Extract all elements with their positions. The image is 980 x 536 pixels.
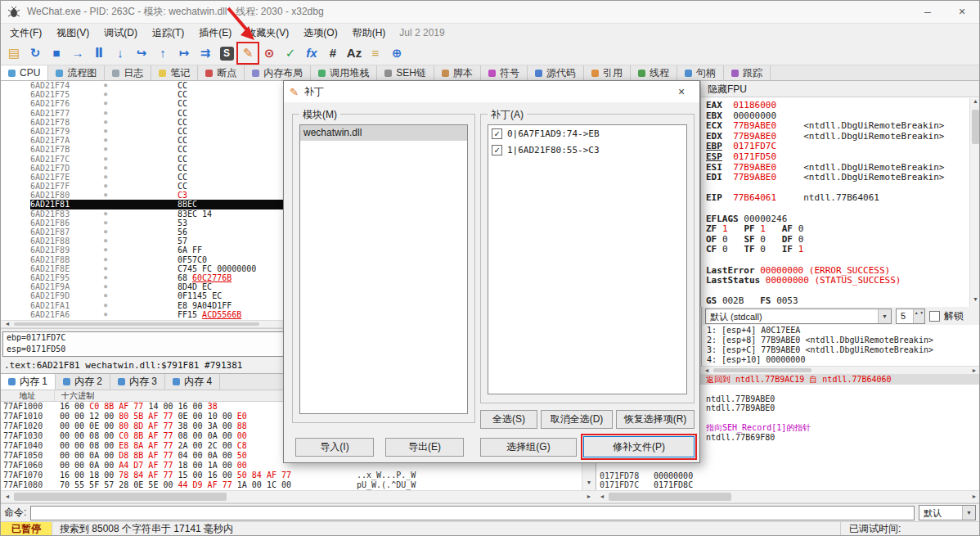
stop-icon[interactable]: ■ [47,43,66,63]
dialog-close-icon[interactable]: × [669,85,694,98]
patch-list-item[interactable]: ✓1|6AD21F80:55->C3 [488,142,686,158]
compile-icon[interactable]: ✓ [281,43,300,63]
open-file-icon[interactable]: ▤ [4,43,24,63]
menu-item[interactable]: 调试(D) [97,24,145,43]
scroll-down-icon[interactable] [582,480,596,490]
dump-tab[interactable]: 内存 3 [110,374,165,390]
tab-断点[interactable]: 断点 [198,65,245,80]
register-line[interactable]: EIP 77B64061 ntdll.77B64061 [706,193,968,204]
dump-row[interactable]: 77AF107016 00 18 00 78 84 AF 77 15 00 16… [1,471,582,480]
stack-hscrollbar[interactable] [596,490,980,503]
step-out-icon[interactable]: ↑ [153,43,173,63]
menu-item[interactable]: 选项(O) [296,24,344,43]
tab-脚本[interactable]: 脚本 [434,65,481,80]
pause-icon[interactable]: Ⅱ [89,43,109,63]
patch-file-button[interactable]: 修补文件(P) [583,436,695,457]
restore-selection-button[interactable]: 恢复选择项(R) [616,410,695,429]
unlock-checkbox[interactable] [929,311,940,322]
tab-内存布局[interactable]: 内存布局 [245,65,311,80]
tab-符号[interactable]: 符号 [481,65,528,80]
close-button[interactable]: × [945,1,979,23]
dump-tab[interactable]: 内存 4 [165,374,220,390]
menu-item[interactable]: 追踪(T) [145,24,191,43]
scroll-right-icon[interactable] [968,367,980,374]
import-button[interactable]: 导入(I) [295,438,374,457]
animate-into-icon[interactable]: ⇉ [196,43,215,63]
register-line[interactable]: LastStatus 00000000 (STATUS_SUCCESS) [706,276,968,286]
tab-引用[interactable]: 引用 [584,65,631,80]
patches-list[interactable]: ✓0|6A7F1AD9:74->EB✓1|6AD21F80:55->C3 [488,124,687,394]
scroll-left-icon[interactable] [1,491,14,502]
tab-SEH链[interactable]: SEH链 [377,65,434,80]
scroll-thumb[interactable] [14,322,259,326]
scroll-down-icon[interactable] [970,296,980,307]
menu-item[interactable]: 文件(F) [2,24,49,43]
hash-icon[interactable]: # [323,43,343,63]
calling-convention-select[interactable]: 默认 (stdcall) [705,309,892,324]
tab-调用堆栈[interactable]: 调用堆栈 [311,65,377,80]
notes-icon[interactable]: ≡ [366,43,385,63]
scroll-left-icon[interactable] [1,321,14,327]
register-line[interactable]: GS 002B FS 0053 [706,296,968,307]
registers-pane: 隐藏FPU EAX 01186000EBX 00000000ECX 77B9AB… [700,81,980,307]
stack-argument-line[interactable]: 3: [esp+C] 77B9ABE0 <ntdll.DbgUiRemoteBr… [707,345,980,355]
dump-tab[interactable]: 内存 2 [56,374,110,390]
patch-checkbox[interactable]: ✓ [492,128,502,139]
dump-tab[interactable]: 内存 1 [1,374,56,390]
registers-vscrollbar[interactable] [969,98,980,307]
tab-线程[interactable]: 线程 [631,65,677,80]
menu-item[interactable]: 帮助(H) [345,24,393,43]
stack-argument-line[interactable]: 4: [esp+10] 00000000 [707,355,980,365]
dump-row[interactable]: 77AF108070 55 5F 57 28 0E 5E 00 44 D9 AF… [1,480,582,490]
tab-句柄[interactable]: 句柄 [677,65,724,80]
deselect-all-button[interactable]: 取消全选(D) [541,410,613,429]
patch-icon[interactable]: ✎ [238,43,258,63]
scroll-left-icon[interactable] [700,367,713,374]
scroll-thumb[interactable] [713,368,811,372]
scroll-left-icon[interactable] [596,491,609,502]
internet-icon[interactable]: ⊕ [387,43,407,63]
run-icon[interactable]: → [68,43,88,63]
tab-CPU[interactable]: CPU [1,65,48,80]
scroll-thumb[interactable] [14,493,227,501]
register-line[interactable]: EDI 77B9ABE0 <ntdll.DbgUiRemoteBreakin> [706,173,968,183]
argument-depth-spinner[interactable]: 5 [896,309,925,324]
scroll-right-icon[interactable] [968,491,980,502]
scroll-up-icon[interactable] [970,98,980,109]
command-input[interactable] [30,506,915,520]
restart-icon[interactable]: ↻ [25,43,45,63]
stack-row[interactable]: 0171FD7C0171FD8C [596,480,980,490]
tab-流程图[interactable]: 流程图 [48,65,105,80]
functions-icon[interactable]: fx [302,43,321,63]
stack-row[interactable]: 0171FD7800000000 [596,471,980,481]
stack-argument-line[interactable]: 1: [esp+4] A0C17EEA [707,326,980,336]
register-line[interactable]: CF 0 TF 0 IF 1 [706,245,968,255]
tab-日志[interactable]: 日志 [105,65,151,80]
patch-list-item[interactable]: ✓0|6A7F1AD9:74->EB [488,125,686,142]
select-group-button[interactable]: 选择组(G) [480,438,577,457]
step-into-icon[interactable]: ↓ [110,43,130,63]
tab-笔记[interactable]: 笔记 [151,65,198,80]
scroll-thumb[interactable] [609,493,731,501]
minimize-button[interactable]: – [910,1,945,23]
tab-源代码[interactable]: 源代码 [528,65,584,80]
step-over-icon[interactable]: ↪ [132,43,151,63]
select-all-button[interactable]: 全选(S) [480,410,537,429]
dump-hscrollbar[interactable] [1,490,596,503]
scroll-right-icon[interactable] [582,491,596,502]
scylla-icon[interactable]: S [217,43,236,63]
menu-item[interactable]: 视图(V) [49,24,97,43]
assembler-icon[interactable]: ⊙ [259,43,279,63]
patch-checkbox[interactable]: ✓ [492,145,502,155]
module-list-item[interactable]: wechatwin.dll [300,125,467,141]
stack-argument-line[interactable]: 2: [esp+8] 77B9ABE0 <ntdll.DbgUiRemoteBr… [707,336,980,345]
modules-list[interactable]: wechatwin.dll [299,124,468,414]
registers-hscrollbar[interactable] [700,366,980,375]
tab-跟踪[interactable]: 跟踪 [724,65,771,80]
command-profile-select[interactable]: 默认 [919,505,976,520]
export-button[interactable]: 导出(E) [385,438,464,457]
run-to-user-code-icon[interactable]: ↦ [174,43,194,63]
hide-fpu-button[interactable]: 隐藏FPU [701,81,980,97]
text-case-icon[interactable]: Az [344,43,364,63]
scroll-thumb[interactable] [972,110,979,144]
